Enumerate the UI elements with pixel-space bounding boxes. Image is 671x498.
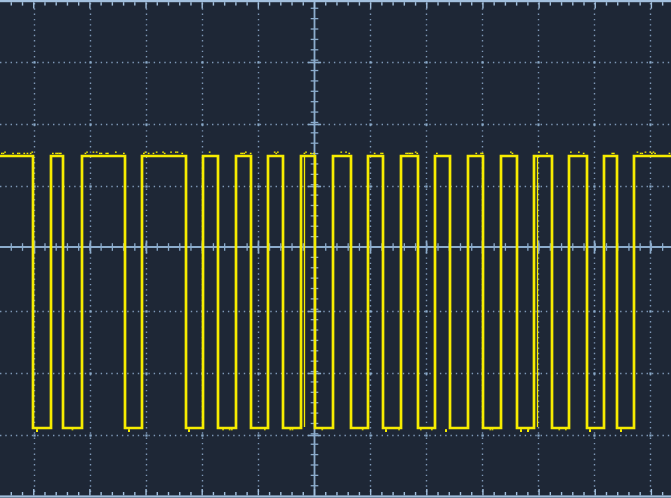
grid-intersection-dot <box>89 372 91 374</box>
trace-noise-pixel <box>93 152 95 153</box>
trace-noise-pixel <box>148 153 150 154</box>
waveform-display <box>0 0 671 498</box>
trace-noise-pixel <box>242 153 244 154</box>
trace-glitch-notch <box>36 429 38 432</box>
trace-noise-pixel <box>321 429 323 430</box>
trace-noise-pixel <box>289 429 291 430</box>
trace-glitch-notch <box>188 429 190 432</box>
trace-noise-pixel <box>405 153 407 154</box>
trace-noise-pixel <box>398 429 400 430</box>
trace-noise-pixel <box>52 153 54 154</box>
trace-noise-pixel <box>177 152 179 153</box>
grid-intersection-dot <box>33 434 35 436</box>
trace-noise-pixel <box>12 153 14 154</box>
grid-intersection-dot <box>201 434 203 436</box>
trace-noise-pixel <box>175 152 177 153</box>
grid-intersection-dot <box>593 372 595 374</box>
grid-intersection-dot <box>369 123 371 125</box>
trace-noise-pixel <box>305 152 307 153</box>
trace-noise-pixel <box>340 152 342 153</box>
trace-noise-pixel <box>274 152 276 153</box>
oscilloscope-screen <box>0 0 671 498</box>
grid-intersection-dot <box>33 61 35 63</box>
trace-noise-pixel <box>578 152 580 153</box>
trace-noise-pixel <box>313 153 315 154</box>
grid-intersection-dot <box>425 61 427 63</box>
trace-noise-pixel <box>55 153 57 154</box>
trace-noise-pixel <box>538 152 540 153</box>
trace-noise-pixel <box>613 153 615 154</box>
trace-noise-pixel <box>374 153 376 154</box>
trace-noise-pixel <box>304 153 306 154</box>
trace-noise-pixel <box>380 153 382 154</box>
grid-intersection-dot <box>201 123 203 125</box>
grid-intersection-dot <box>649 123 651 125</box>
trace-noise-pixel <box>415 152 417 153</box>
grid-intersection-dot <box>593 185 595 187</box>
grid-intersection-dot <box>537 123 539 125</box>
trace-noise-pixel <box>653 152 655 153</box>
grid-intersection-dot <box>649 372 651 374</box>
trace-noise-pixel <box>105 153 107 154</box>
trace-noise-pixel <box>669 153 671 154</box>
grid-intersection-dot <box>257 185 259 187</box>
grid-intersection-dot <box>89 185 91 187</box>
grid-intersection-dot <box>257 61 259 63</box>
trace-noise-pixel <box>275 153 277 154</box>
grid-intersection-dot <box>257 310 259 312</box>
grid-intersection-dot <box>425 434 427 436</box>
trace-noise-pixel <box>408 153 410 154</box>
grid-intersection-dot <box>425 372 427 374</box>
trace-noise-pixel <box>637 152 639 153</box>
trace-noise-pixel <box>277 152 279 153</box>
trace-glitch-notch <box>445 429 447 432</box>
trace-noise-pixel <box>649 152 651 153</box>
trace-noise-pixel <box>145 152 147 153</box>
trace-noise-pixel <box>558 429 560 430</box>
trace-glitch-notch <box>620 429 622 432</box>
trace-noise-pixel <box>412 153 414 154</box>
trace-noise-pixel <box>640 153 642 154</box>
grid-intersection-dot <box>593 434 595 436</box>
trace-noise-pixel <box>611 153 613 154</box>
trace-noise-pixel <box>492 429 494 430</box>
trace-noise-pixel <box>348 153 350 154</box>
trace-noise-pixel <box>170 152 172 153</box>
trace-noise-pixel <box>416 153 418 154</box>
trace-glitch-notch <box>385 429 387 432</box>
grid-intersection-dot <box>89 61 91 63</box>
trace-noise-pixel <box>27 153 29 154</box>
grid-intersection-dot <box>145 61 147 63</box>
trace-noise-pixel <box>431 429 433 430</box>
grid-intersection-dot <box>201 61 203 63</box>
grid-intersection-dot <box>369 372 371 374</box>
trace-noise-pixel <box>243 153 245 154</box>
grid-intersection-dot <box>649 185 651 187</box>
grid-intersection-dot <box>593 310 595 312</box>
trace-noise-pixel <box>641 153 643 154</box>
bottom-border-line <box>0 495 671 497</box>
trace-noise-pixel <box>420 429 422 430</box>
trace-noise-pixel <box>546 153 548 154</box>
trace-noise-pixel <box>107 153 109 154</box>
grid-intersection-dot <box>369 185 371 187</box>
trace-noise-pixel <box>245 152 247 153</box>
grid-intersection-dot <box>145 310 147 312</box>
trace-noise-pixel <box>115 152 117 153</box>
trace-noise-pixel <box>528 429 530 430</box>
trace-noise-pixel <box>264 429 266 430</box>
trace-noise-pixel <box>164 153 166 154</box>
trace-noise-pixel <box>410 153 412 154</box>
trace-noise-pixel <box>362 429 364 430</box>
grid-intersection-dot <box>369 434 371 436</box>
grid-intersection-dot <box>145 434 147 436</box>
grid-intersection-dot <box>89 123 91 125</box>
trace-noise-pixel <box>222 429 224 430</box>
trace-noise-pixel <box>85 153 87 154</box>
top-border-line <box>0 0 671 2</box>
trace-noise-pixel <box>512 153 514 154</box>
trace-noise-pixel <box>654 153 656 154</box>
trace-noise-pixel <box>1 153 3 154</box>
grid-intersection-dot <box>257 434 259 436</box>
trace-noise-pixel <box>17 153 19 154</box>
